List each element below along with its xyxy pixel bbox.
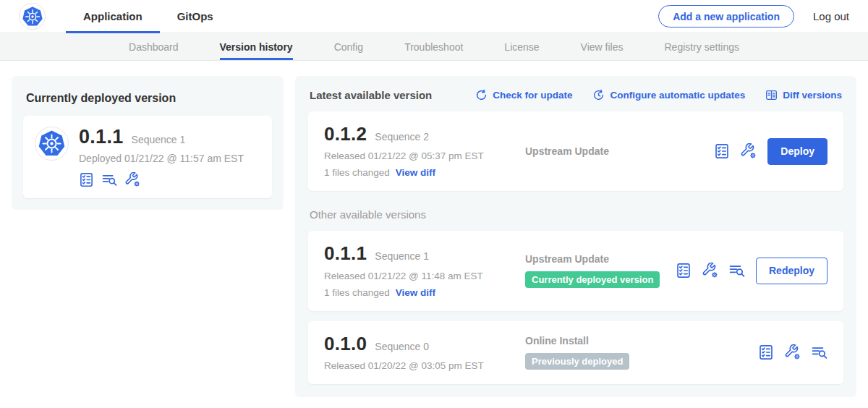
version-card-0-1-0: 0.1.0 Sequence 0 Released 01/20/22 @ 03:… (308, 321, 843, 384)
version-number: 0.1.0 (324, 334, 367, 354)
view-diff-link[interactable]: View diff (396, 287, 435, 298)
check-for-update-label: Check for update (493, 90, 572, 101)
deployed-timestamp: Deployed 01/21/22 @ 11:57 am EST (79, 153, 244, 164)
released-timestamp: Released 01/21/22 @ 11:48 am EST (324, 271, 506, 281)
version-history-panel: Latest available version Check for updat… (295, 76, 856, 397)
versions-panel-links: Check for update Configure automatic upd… (455, 89, 842, 101)
version-number: 0.1.2 (324, 124, 367, 144)
subnav-registry-settings[interactable]: Registry settings (665, 33, 739, 60)
version-info: 0.1.2 Sequence 2 Released 01/21/22 @ 05:… (324, 124, 506, 178)
released-timestamp: Released 01/20/22 @ 03:05 pm EST (324, 360, 506, 371)
subnav-view-files-label: View files (581, 41, 624, 53)
subnav-registry-settings-label: Registry settings (665, 41, 739, 53)
version-info: 0.1.0 Sequence 0 Released 01/20/22 @ 03:… (324, 334, 506, 371)
version-source-label: Upstream Update (525, 145, 714, 157)
tab-application-label: Application (83, 10, 142, 22)
subnav-dashboard-label: Dashboard (129, 41, 179, 53)
search-lines-icon[interactable] (729, 263, 745, 279)
files-changed-label: 1 files changed (324, 167, 390, 178)
subnav-view-files[interactable]: View files (581, 33, 624, 60)
checklist-icon[interactable] (79, 172, 94, 187)
subnav-version-history[interactable]: Version history (220, 33, 293, 60)
deploy-button[interactable]: Deploy (767, 138, 827, 165)
subnav-config[interactable]: Config (334, 33, 363, 60)
subnav-license-label: License (504, 41, 539, 53)
wrench-gear-icon[interactable] (741, 143, 757, 159)
wrench-gear-icon[interactable] (702, 263, 718, 279)
diff-versions-link[interactable]: Diff versions (765, 89, 842, 101)
view-diff-link[interactable]: View diff (396, 167, 435, 178)
version-source-cell: Online Install Previously deployed (506, 335, 758, 370)
tab-application[interactable]: Application (66, 0, 160, 33)
diff-versions-label: Diff versions (783, 90, 842, 101)
tab-gitops[interactable]: GitOps (160, 0, 231, 33)
wrench-gear-icon[interactable] (125, 172, 140, 187)
version-actions: Deploy (714, 138, 827, 165)
main-content: Currently deployed version 0.1.1 Sequenc… (0, 61, 868, 408)
search-lines-icon[interactable] (812, 344, 827, 360)
previously-deployed-badge: Previously deployed (525, 353, 629, 370)
top-right-actions: Add a new application Log out (658, 5, 849, 27)
version-source-cell: Upstream Update (506, 145, 714, 157)
deployed-panel-title: Currently deployed version (26, 92, 272, 105)
configure-automatic-updates-link[interactable]: Configure automatic updates (592, 89, 745, 101)
sequence-label: Sequence 0 (375, 341, 429, 352)
top-nav-bar: Application GitOps Add a new application… (0, 0, 868, 33)
versions-panel-header: Latest available version Check for updat… (310, 89, 842, 101)
subnav-dashboard[interactable]: Dashboard (129, 33, 179, 60)
subnav-troubleshoot[interactable]: Troubleshoot (404, 33, 463, 60)
configure-automatic-updates-label: Configure automatic updates (610, 90, 745, 101)
version-card-latest: 0.1.2 Sequence 2 Released 01/21/22 @ 05:… (308, 111, 843, 191)
refresh-icon (475, 89, 488, 101)
tab-gitops-label: GitOps (177, 10, 213, 22)
app-subnav: Dashboard Version history Config Trouble… (0, 33, 868, 61)
subnav-license[interactable]: License (504, 33, 539, 60)
search-lines-icon[interactable] (102, 172, 117, 187)
subnav-config-label: Config (334, 41, 363, 53)
version-card-0-1-1: 0.1.1 Sequence 1 Released 01/21/22 @ 11:… (308, 231, 843, 310)
clock-refresh-icon (592, 89, 605, 101)
released-timestamp: Released 01/21/22 @ 05:37 pm EST (324, 150, 506, 161)
kubernetes-logo-icon (38, 129, 66, 158)
deployed-version-card: 0.1.1 Sequence 1 Deployed 01/21/22 @ 11:… (23, 116, 272, 198)
deployed-version-info: 0.1.1 Sequence 1 Deployed 01/21/22 @ 11:… (79, 127, 244, 187)
sequence-label: Sequence 1 (375, 250, 429, 262)
sequence-label: Sequence 2 (375, 131, 429, 143)
subnav-troubleshoot-label: Troubleshoot (404, 41, 463, 53)
version-source-label: Online Install (525, 335, 758, 347)
diff-columns-icon (765, 89, 778, 101)
files-changed-label: 1 files changed (324, 287, 390, 298)
latest-available-title: Latest available version (310, 89, 432, 101)
version-actions: Redeploy (676, 258, 827, 284)
currently-deployed-badge: Currently deployed version (525, 271, 660, 288)
deployed-icon-actions (79, 172, 244, 187)
check-for-update-link[interactable]: Check for update (475, 89, 572, 101)
version-number: 0.1.1 (324, 244, 367, 263)
version-actions (758, 344, 827, 360)
logout-button[interactable]: Log out (813, 10, 849, 22)
version-source-cell: Upstream Update Currently deployed versi… (506, 253, 676, 288)
redeploy-button[interactable]: Redeploy (756, 258, 827, 284)
deployed-version-number: 0.1.1 (79, 127, 124, 147)
currently-deployed-panel: Currently deployed version 0.1.1 Sequenc… (12, 76, 284, 210)
kubernetes-logo-icon (22, 6, 43, 27)
version-info: 0.1.1 Sequence 1 Released 01/21/22 @ 11:… (324, 244, 506, 297)
deployed-app-avatar (35, 127, 69, 161)
checklist-icon[interactable] (714, 143, 730, 159)
subnav-version-history-label: Version history (220, 41, 293, 53)
checklist-icon[interactable] (758, 344, 774, 360)
checklist-icon[interactable] (676, 263, 692, 279)
add-application-button[interactable]: Add a new application (658, 5, 794, 27)
deployed-sequence-label: Sequence 1 (132, 134, 186, 145)
other-versions-title: Other available versions (310, 208, 842, 221)
app-logo-avatar (19, 3, 46, 30)
main-nav-tabs: Application GitOps (66, 0, 231, 33)
wrench-gear-icon[interactable] (785, 344, 801, 360)
version-source-label: Upstream Update (525, 253, 676, 265)
